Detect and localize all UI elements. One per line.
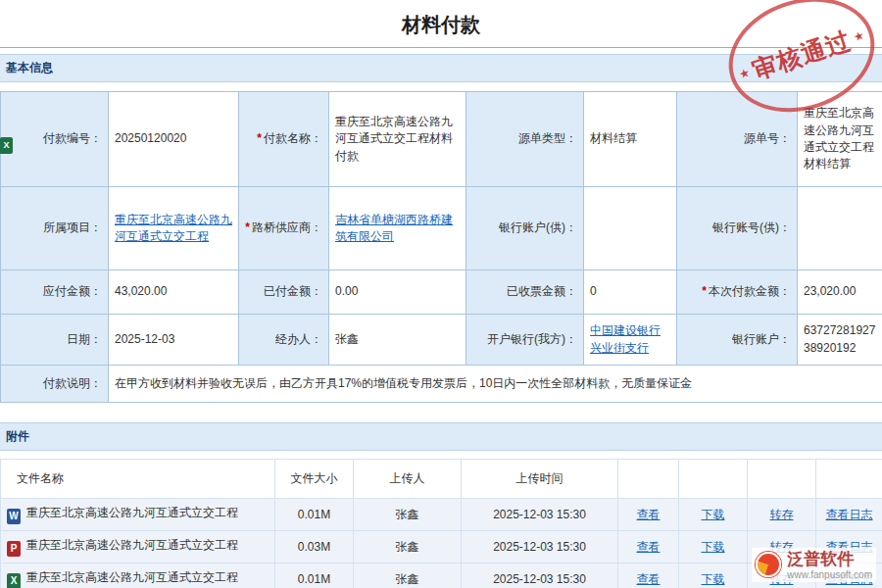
payment-no-value: 20250120020 — [109, 92, 239, 187]
field-label: 源单号： — [744, 131, 791, 145]
field-label: 银行账户(供)： — [499, 220, 577, 234]
table-row: X重庆至北京高速公路九河互通式立交工程 0.01M 张鑫 2025-12-03 … — [1, 564, 882, 588]
field-label: 开户银行(我方)： — [487, 332, 577, 346]
bank-account-label: 银行账户： — [677, 315, 798, 366]
view-link[interactable]: 查看 — [637, 572, 661, 586]
upload-time: 2025-12-03 15:30 — [462, 499, 618, 531]
table-row: 日期： 2025-12-03 经办人： 张鑫 开户银行(我方)： 中国建设银行兴… — [1, 315, 882, 366]
field-label: 银行账户： — [732, 332, 791, 346]
paid-label: 已付金额： — [239, 270, 329, 315]
bank-account-sup-label: 银行账户(供)： — [466, 187, 584, 270]
file-size: 0.01M — [275, 499, 354, 531]
excel-file-icon: X — [7, 573, 21, 588]
our-bank-value: 中国建设银行兴业街支行 — [584, 315, 677, 366]
bank-no-sup-label: 银行账号(供)： — [677, 187, 798, 270]
table-row: 付款说明： 在甲方收到材料并验收无误后，由乙方开具17%的增值税专用发票后，10… — [1, 366, 882, 403]
field-label: 已付金额： — [264, 284, 322, 298]
bank-account-sup-value — [584, 187, 677, 270]
file-size-header: 文件大小 — [275, 460, 354, 499]
view-log-link[interactable]: 查看日志 — [826, 508, 873, 521]
field-label: 应付金额： — [43, 284, 102, 298]
view-cell: 查看 — [618, 499, 679, 531]
handler-value: 张鑫 — [329, 315, 466, 366]
date-label: 日期： — [1, 315, 109, 366]
section-attachments: 附件 — [0, 422, 882, 451]
basic-info-table: 付款编号： 20250120020 *付款名称： 重庆至北京高速公路九河互通式立… — [0, 91, 882, 403]
payable-label: 应付金额： — [1, 270, 109, 315]
handler-label: 经办人： — [239, 315, 329, 366]
payment-no-label: 付款编号： — [1, 92, 109, 187]
actions-header — [618, 460, 679, 499]
view-link[interactable]: 查看 — [637, 508, 661, 521]
source-no-label: 源单号： — [677, 92, 798, 187]
excel-file-icon: X — [0, 137, 13, 154]
source-type-label: 源单类型： — [466, 92, 584, 187]
actions-header — [816, 460, 882, 499]
section-basic-info: 基本信息 — [0, 54, 882, 82]
field-label: 付款编号： — [43, 131, 102, 145]
actions-header — [679, 460, 748, 499]
our-bank-link[interactable]: 中国建设银行兴业街支行 — [590, 323, 661, 354]
payment-name-label: *付款名称： — [239, 92, 329, 187]
file-name: 重庆至北京高速公路九河互通式立交工程 — [26, 506, 238, 519]
attachments-table: 文件名称 文件大小 上传人 上传时间 W重庆至北京高速公路九河互通式立交工程 0… — [0, 459, 882, 588]
view-log-cell: 查看日志 — [816, 499, 882, 531]
payment-name-value: 重庆至北京高速公路九河互通式立交工程材料付款 — [329, 92, 466, 187]
download-cell: 下载 — [679, 564, 748, 588]
table-row: 应付金额： 43,020.00 已付金额： 0.00 已收票金额： 0 *本次付… — [1, 270, 882, 315]
save-as-link[interactable]: 转存 — [770, 508, 794, 521]
pdf-file-icon: P — [7, 541, 21, 557]
field-label: 付款名称： — [264, 131, 322, 145]
field-label: 日期： — [67, 332, 102, 346]
file-size: 0.01M — [275, 564, 354, 588]
uploader-header: 上传人 — [354, 460, 462, 499]
supplier-link[interactable]: 吉林省单榶湖西路桥建筑有限公司 — [335, 213, 453, 243]
invoiced-value: 0 — [584, 270, 677, 315]
file-name: 重庆至北京高速公路九河互通式立交工程 — [26, 538, 238, 552]
payable-value: 43,020.00 — [109, 270, 239, 315]
download-link[interactable]: 下载 — [702, 508, 725, 521]
file-name-cell: W重庆至北京高速公路九河互通式立交工程 — [1, 499, 275, 531]
brand-url: www.fanpusoft.com — [787, 569, 872, 581]
our-bank-label: 开户银行(我方)： — [466, 315, 584, 366]
source-no-value: 重庆至北京高速公路九河互通式立交工程材料结算 — [798, 92, 882, 187]
required-asterisk: * — [257, 131, 262, 145]
field-label: 本次付款金额： — [709, 284, 791, 298]
required-asterisk: * — [245, 220, 250, 234]
bank-no-sup-value — [798, 187, 882, 270]
bank-account-value: 6372728192738920192 — [798, 315, 882, 366]
project-link[interactable]: 重庆至北京高速公路九河互通式立交工程 — [115, 213, 232, 243]
field-label: 源单类型： — [518, 131, 577, 145]
paid-value: 0.00 — [329, 270, 466, 315]
uploader: 张鑫 — [354, 564, 462, 588]
save-as-cell: 转存 — [748, 499, 816, 531]
download-cell: 下载 — [679, 499, 748, 531]
file-name-cell: P重庆至北京高速公路九河互通式立交工程 — [1, 531, 275, 564]
payment-note-label: 付款说明： — [1, 366, 109, 403]
upload-time: 2025-12-03 15:30 — [462, 564, 618, 588]
download-link[interactable]: 下载 — [702, 572, 725, 586]
current-payment-value: 23,020.00 — [798, 270, 882, 315]
file-name: 重庆至北京高速公路九河互通式立交工程 — [26, 570, 238, 584]
field-label: 经办人： — [275, 332, 322, 346]
download-link[interactable]: 下载 — [702, 540, 725, 554]
supplier-label: *路桥供应商： — [239, 187, 329, 270]
upload-time: 2025-12-03 15:30 — [462, 531, 618, 564]
payment-note-value: 在甲方收到材料并验收无误后，由乙方开具17%的增值税专用发票后，10日内一次性全… — [109, 366, 882, 403]
fanpu-logo-icon — [756, 552, 781, 577]
field-label: 所属项目： — [43, 220, 102, 234]
field-label: 银行账号(供)： — [712, 220, 791, 234]
file-name-header: 文件名称 — [1, 460, 275, 499]
table-row: P重庆至北京高速公路九河互通式立交工程 0.03M 张鑫 2025-12-03 … — [1, 531, 882, 564]
brand-watermark: 泛普软件 www.fanpusoft.com — [752, 548, 876, 582]
project-label: 所属项目： — [1, 187, 109, 270]
file-name-cell: X重庆至北京高速公路九河互通式立交工程 — [1, 564, 275, 588]
table-row: 付款编号： 20250120020 *付款名称： 重庆至北京高速公路九河互通式立… — [1, 92, 882, 187]
date-value: 2025-12-03 — [109, 315, 239, 366]
field-label: 付款说明： — [43, 376, 102, 390]
supplier-value: 吉林省单榶湖西路桥建筑有限公司 — [329, 187, 466, 270]
invoiced-label: 已收票金额： — [466, 270, 584, 315]
view-cell: 查看 — [618, 564, 679, 588]
view-link[interactable]: 查看 — [637, 540, 661, 554]
current-payment-label: *本次付款金额： — [677, 270, 798, 315]
